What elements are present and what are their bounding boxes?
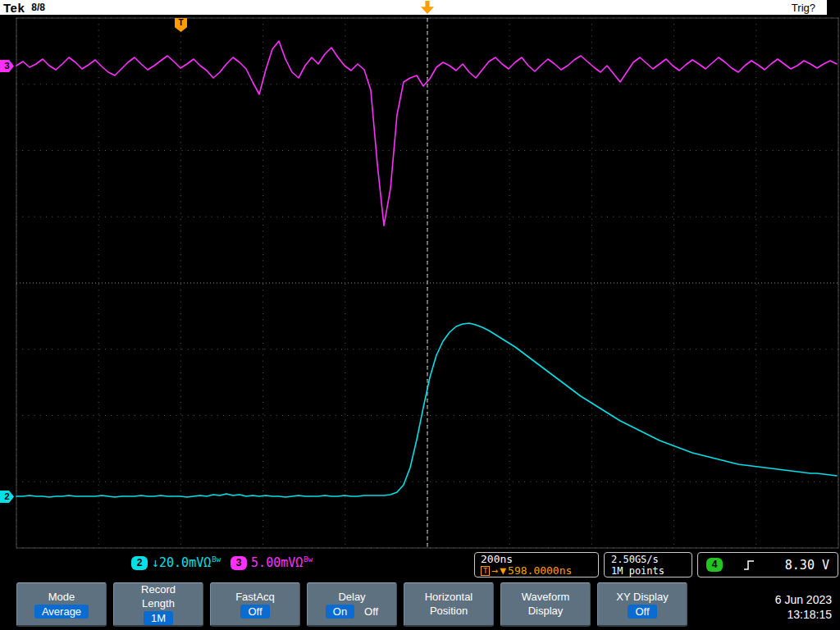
oscilloscope-screen: Tek 8/8 Trig? 3 2 T 2 ↓20.0mVΩBw 3 5.00m… <box>0 0 840 630</box>
rising-edge-icon <box>742 559 756 572</box>
fastacq-value: Off <box>240 605 269 619</box>
delay-value: 598.0000ns <box>508 565 572 577</box>
graticule <box>0 0 840 630</box>
ch3-badge[interactable]: 3 <box>231 556 247 570</box>
record-length-button[interactable]: Record Length 1M <box>113 582 203 627</box>
delay-marker-icon: ▼ <box>500 565 506 577</box>
trigger-source-badge[interactable]: 4 <box>706 558 723 572</box>
ch2-scale: ↓20.0mVΩBw <box>152 555 221 570</box>
sample-rate-box[interactable]: 2.50GS/s 1M points <box>604 552 692 578</box>
ch2-readout[interactable]: 2 ↓20.0mVΩBw <box>131 555 221 570</box>
date: 6 Jun 2023 <box>775 593 832 606</box>
time: 13:18:15 <box>788 608 833 621</box>
arrow-right-icon: → <box>491 565 498 577</box>
fastacq-button[interactable]: FastAcq Off <box>210 582 300 627</box>
ch2-badge[interactable]: 2 <box>131 556 148 570</box>
delay-on-value: On <box>326 605 354 619</box>
mode-button[interactable]: Mode Average <box>16 582 107 627</box>
xy-display-button[interactable]: XY Display Off <box>597 582 687 627</box>
horizontal-position-button[interactable]: Horizontal Position <box>404 582 494 627</box>
sample-rate: 2.50GS/s <box>611 554 659 565</box>
readout-bar: 2 ↓20.0mVΩBw 3 5.00mVΩBw 200ns T → ▼ 598… <box>0 551 840 579</box>
waveform-ch3 <box>16 41 837 226</box>
record-points: 1M points <box>611 565 664 577</box>
ch3-scale: 5.00mVΩBw <box>251 555 313 570</box>
delay-off-label: Off <box>364 605 378 618</box>
xy-display-value: Off <box>628 605 656 619</box>
channel-readouts: 2 ↓20.0mVΩBw 3 5.00mVΩBw <box>131 555 313 570</box>
trigger-readout-box[interactable]: 4 8.30 V <box>697 552 838 578</box>
mode-value: Average <box>34 605 89 619</box>
ch3-readout[interactable]: 3 5.00mVΩBw <box>231 555 313 570</box>
record-length-value: 1M <box>144 611 173 625</box>
bottom-menu-bar: Mode Average Record Length 1M FastAcq Of… <box>0 582 840 630</box>
waveform-display-button[interactable]: Waveform Display <box>500 582 591 627</box>
date-time: 6 Jun 2023 13:18:15 <box>775 592 832 622</box>
trigger-t-icon: T <box>481 566 490 576</box>
delay-button[interactable]: Delay OnOff <box>307 582 397 627</box>
trigger-level: 8.30 V <box>785 558 829 573</box>
delay-readout: T → ▼ 598.0000ns <box>481 565 592 577</box>
grid-lines <box>16 18 838 548</box>
horizontal-readout-box[interactable]: 200ns T → ▼ 598.0000ns <box>474 552 599 578</box>
timebase-scale: 200ns <box>481 553 592 565</box>
